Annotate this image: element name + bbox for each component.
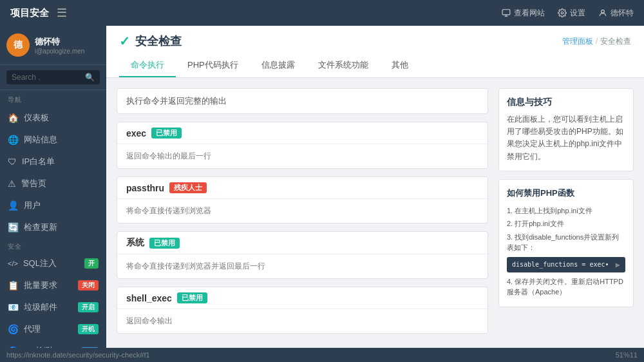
site-info-icon: 🌐 — [8, 135, 19, 145]
sidebar-item-label: SQL注入 — [23, 258, 57, 269]
sidebar-item-sql-injection[interactable]: </> SQL注入 开 — [0, 252, 106, 274]
search-input[interactable] — [12, 73, 81, 82]
svg-rect-0 — [502, 10, 510, 15]
two-col: 执行命令并返回完整的输出 exec 已禁用 返回命令输出的最后一行 passth… — [106, 78, 644, 348]
function-card-shell-exec: shell_exec 已禁用 返回命令输出 — [117, 287, 488, 334]
main-layout: 德 德怀特 i@apologize.men 🔍 导航 🏠 仪表板 🌐 网 — [0, 26, 644, 348]
user-menu-button[interactable]: 德怀特 — [598, 8, 634, 19]
sidebar-item-site-info[interactable]: 🌐 网站信息 — [0, 129, 106, 151]
sidebar-item-warning-page[interactable]: ⚠ 警告页 — [0, 173, 106, 195]
settings-button[interactable]: 设置 — [558, 8, 585, 19]
sidebar-item-label: 警告页 — [21, 178, 46, 189]
page-header: ✓ 安全检查 管理面板 / 安全检查 命令执行 PHP代码执行 信息披露 文件系… — [106, 26, 644, 78]
proxy-badge: 开机 — [78, 324, 99, 334]
function-desc-passthru: 将命令直接传递到浏览器 — [117, 199, 488, 223]
sidebar-user-email: i@apologize.men — [35, 48, 84, 55]
sidebar-item-users[interactable]: 👤 用户 — [0, 195, 106, 216]
right-panel: 信息与技巧 在此面板上，您可以看到主机上启用了哪些易受攻击的PHP功能。如果您决… — [498, 88, 634, 338]
sidebar-item-label: 检查更新 — [24, 222, 57, 233]
tab-command-exec[interactable]: 命令执行 — [119, 54, 176, 77]
function-name-system: 系统 — [126, 237, 144, 249]
sidebar: 德 德怀特 i@apologize.men 🔍 导航 🏠 仪表板 🌐 网 — [0, 26, 106, 348]
users-icon: 👤 — [8, 200, 19, 211]
sidebar-item-spam[interactable]: 📧 垃圾邮件 开启 — [0, 296, 106, 318]
sidebar-item-dashboard[interactable]: 🏠 仪表板 — [0, 107, 106, 129]
howto-step-3: 找到disable_functions并设置新列表如下： — [507, 231, 625, 254]
settings-icon — [558, 8, 567, 17]
page-title-text: 安全检查 — [135, 33, 182, 49]
function-desc-exec: 返回命令输出的最后一行 — [117, 144, 488, 168]
howto-list: 在主机上找到php.ini文件 打开php.ini文件 找到disable_fu… — [507, 204, 625, 254]
spam-badge: 开启 — [78, 302, 99, 312]
sidebar-user: 德 德怀特 i@apologize.men — [0, 26, 106, 65]
function-card-exec: exec 已禁用 返回命令输出的最后一行 — [117, 122, 488, 169]
top-nav-left: 项目安全 ☰ — [10, 6, 67, 20]
scroll-indicator: ▶ — [616, 260, 620, 269]
sidebar-item-label: 仪表板 — [24, 112, 49, 124]
content-area: ✓ 安全检查 管理面板 / 安全检查 命令执行 PHP代码执行 信息披露 文件系… — [106, 26, 644, 348]
user-name-label: 德怀特 — [611, 8, 634, 19]
app-title: 项目安全 — [10, 7, 49, 19]
function-desc-shell-exec: 返回命令输出 — [117, 309, 488, 333]
search-icon: 🔍 — [85, 73, 95, 82]
svg-point-4 — [601, 10, 605, 13]
function-name-shell-exec: shell_exec — [126, 293, 172, 303]
tab-php-exec[interactable]: PHP代码执行 — [176, 54, 250, 77]
main-content: 执行命令并返回完整的输出 exec 已禁用 返回命令输出的最后一行 passth… — [117, 88, 488, 338]
warning-icon: ⚠ — [8, 178, 16, 189]
function-name-exec: exec — [126, 128, 146, 138]
nav-section-label: 导航 — [0, 90, 106, 107]
howto-card: 如何禁用PHP函数 在主机上找到php.ini文件 打开php.ini文件 找到… — [498, 179, 634, 307]
page-title: ✓ 安全检查 — [119, 33, 182, 49]
code-text: disable_functions = exec• — [512, 261, 609, 268]
sidebar-item-proxy[interactable]: 🌀 代理 开机 — [0, 318, 106, 340]
top-nav-right: 查看网站 设置 德怀特 — [502, 8, 634, 19]
howto-step-4: 保存并关闭文件。重新启动HTTPD服务器（Apache） — [507, 275, 625, 299]
sidebar-item-label: 网站信息 — [24, 134, 57, 146]
breadcrumb-current: 安全检查 — [600, 36, 631, 47]
user-icon — [598, 8, 607, 17]
security-section-label: 安全 — [0, 238, 106, 252]
sidebar-item-label: 用户 — [24, 200, 41, 211]
avatar: 德 — [6, 33, 30, 57]
sidebar-item-bulk-requests[interactable]: 📋 批量要求 关闭 — [0, 274, 106, 296]
status-badge-system: 已禁用 — [149, 238, 180, 249]
function-name-passthru: passthru — [126, 183, 164, 193]
breadcrumb: 管理面板 / 安全检查 — [562, 36, 631, 47]
sidebar-user-name: 德怀特 — [35, 36, 84, 48]
status-bar: https://inknote.date/security/security-c… — [0, 348, 644, 362]
function-desc-system: 将命令直接传递到浏览器并返回最后一行 — [117, 254, 488, 278]
status-right: 51%11 — [616, 351, 638, 359]
sidebar-item-label: 批量要求 — [24, 280, 57, 291]
function-card-system: 系统 已禁用 将命令直接传递到浏览器并返回最后一行 — [117, 231, 488, 279]
sidebar-item-check-updates[interactable]: 🔄 检查更新 — [0, 216, 106, 238]
view-site-button[interactable]: 查看网站 — [502, 8, 545, 19]
howto-step-1: 在主机上找到php.ini文件 — [507, 204, 625, 218]
status-url: https://inknote.date/security/security-c… — [6, 351, 150, 359]
sidebar-item-label: 垃圾邮件 — [24, 301, 57, 313]
svg-point-3 — [561, 12, 564, 14]
code-snippet: disable_functions = exec• ▶ — [507, 257, 625, 272]
sidebar-item-tor[interactable]: 🔵 Tor检测 ON — [0, 340, 106, 348]
proxy-icon: 🌀 — [8, 324, 19, 334]
monitor-icon — [502, 8, 511, 17]
check-icon: ✓ — [119, 33, 130, 49]
sql-icon: </> — [8, 260, 18, 267]
sql-badge: 开 — [84, 258, 99, 269]
info-card-title: 信息与技巧 — [507, 97, 625, 108]
page-title-row: ✓ 安全检查 管理面板 / 安全检查 — [119, 33, 631, 49]
howto-step-2: 打开php.ini文件 — [507, 217, 625, 231]
tab-info-disclosure[interactable]: 信息披露 — [250, 54, 307, 77]
top-nav: 项目安全 ☰ 查看网站 设置 德怀特 — [0, 0, 644, 26]
sidebar-item-label: 代理 — [24, 323, 41, 335]
tab-other[interactable]: 其他 — [380, 54, 420, 77]
sidebar-item-ip-whitelist[interactable]: 🛡 IP白名单 — [0, 151, 106, 173]
search-box: 🔍 — [6, 70, 100, 84]
tab-filesystem[interactable]: 文件系统功能 — [307, 54, 380, 77]
user-info: 德怀特 i@apologize.men — [35, 36, 84, 55]
breadcrumb-home[interactable]: 管理面板 — [562, 36, 593, 47]
hamburger-icon[interactable]: ☰ — [57, 6, 67, 20]
bulk-badge: 关闭 — [78, 280, 99, 291]
dashboard-icon: 🏠 — [8, 113, 19, 123]
info-card-text: 在此面板上，您可以看到主机上启用了哪些易受攻击的PHP功能。如果您决定从主机上的… — [507, 113, 625, 163]
